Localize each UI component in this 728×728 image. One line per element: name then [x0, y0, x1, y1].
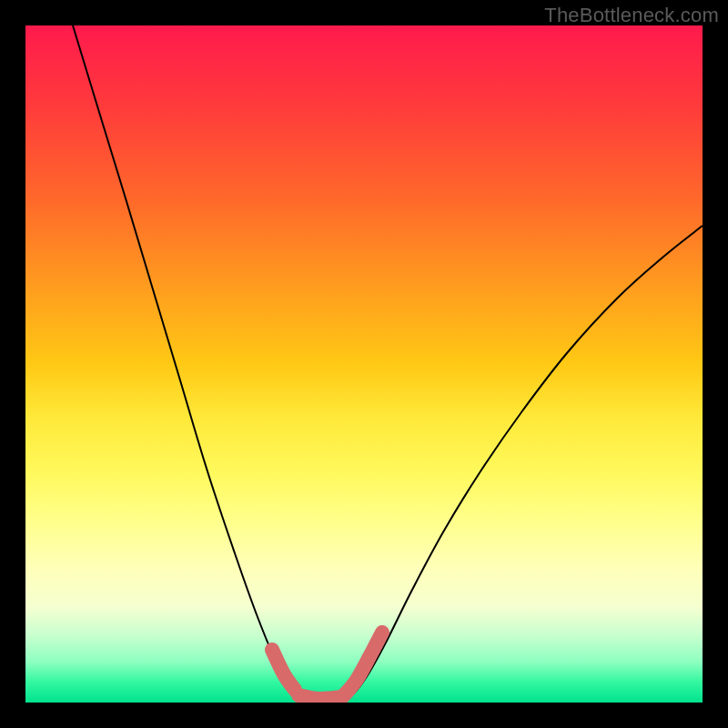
watermark-text: TheBottleneck.com	[544, 4, 719, 27]
highlight-segment-right	[344, 632, 382, 695]
highlight-segment-left	[272, 650, 295, 690]
chart-frame: TheBottleneck.com	[0, 0, 728, 728]
plot-area	[25, 25, 703, 703]
bottleneck-curve	[73, 25, 703, 701]
chart-svg	[25, 25, 703, 703]
highlight-segment-bottom	[298, 695, 342, 699]
